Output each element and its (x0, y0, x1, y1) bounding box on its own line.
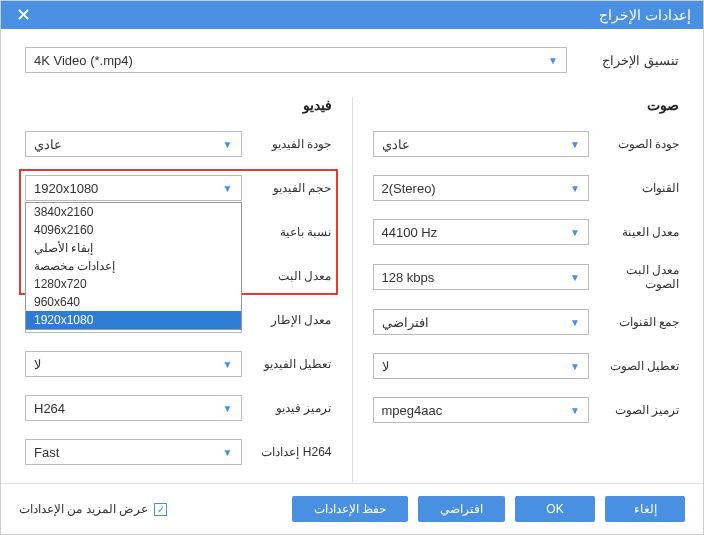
video-disable-value: لا (34, 357, 41, 372)
video-size-highlight: 1920x1080 ▼ 3840x2160 4096x2160 إبقاء ال… (19, 169, 338, 295)
audio-column: صوت عادي ▼ جودة الصوت 2(Stereo) ▼ القنوا… (353, 97, 680, 483)
show-more-checkbox[interactable]: عرض المزيد من الإعدادات ✓ (19, 502, 167, 516)
h264-row: Fast ▼ إعدادات H264 (25, 439, 332, 465)
default-button[interactable]: افتراضي (418, 496, 505, 522)
framerate-label: معدل الإطار (252, 313, 332, 327)
chevron-down-icon: ▼ (223, 447, 233, 458)
chevron-down-icon: ▼ (570, 405, 580, 416)
video-column: فيديو عادي ▼ جودة الفيديو 1920x1080 ▼ (25, 97, 353, 483)
video-size-option[interactable]: إبقاء الأصلي (26, 239, 241, 257)
video-size-option[interactable]: إعدادات مخصصة (26, 257, 241, 275)
audio-codec-value: mpeg4aac (382, 403, 443, 418)
channels-value: 2(Stereo) (382, 181, 436, 196)
show-more-label: عرض المزيد من الإعدادات (19, 502, 148, 516)
chevron-down-icon: ▼ (223, 403, 233, 414)
audio-bitrate-label: معدل البت الصوت (599, 263, 679, 291)
video-size-option[interactable]: 4096x2160 (26, 221, 241, 239)
video-codec-label: ترميز فيديو (252, 401, 332, 415)
channels-label: القنوات (599, 181, 679, 195)
video-size-option[interactable]: 3840x2160 (26, 203, 241, 221)
combine-value: افتراضي (382, 315, 429, 330)
audio-disable-row: لا ▼ تعطيل الصوت (373, 353, 680, 379)
footer: عرض المزيد من الإعدادات ✓ حفظ الإعدادات … (1, 483, 703, 534)
video-quality-select[interactable]: عادي ▼ (25, 131, 242, 157)
h264-value: Fast (34, 445, 59, 460)
chevron-down-icon: ▼ (223, 183, 233, 194)
audio-bitrate-row: 128 kbps ▼ معدل البت الصوت (373, 263, 680, 291)
video-bitrate-label: معدل البت (252, 269, 332, 283)
video-size-option[interactable]: 960x640 (26, 293, 241, 311)
combine-row: افتراضي ▼ جمع القنوات (373, 309, 680, 335)
output-format-value: 4K Video (*.mp4) (34, 53, 133, 68)
chevron-down-icon: ▼ (570, 227, 580, 238)
combine-label: جمع القنوات (599, 315, 679, 329)
audio-title: صوت (373, 97, 680, 113)
chevron-down-icon: ▼ (223, 139, 233, 150)
audio-disable-select[interactable]: لا ▼ (373, 353, 590, 379)
video-quality-row: عادي ▼ جودة الفيديو (25, 131, 332, 157)
video-disable-row: لا ▼ تعطيل الفيديو (25, 351, 332, 377)
export-settings-dialog: ✕ إعدادات الإخراج 4K Video (*.mp4) ▼ تنس… (0, 0, 704, 535)
video-codec-value: H264 (34, 401, 65, 416)
video-size-label: حجم الفيديو (252, 181, 332, 195)
video-size-option[interactable]: 1280x720 (26, 275, 241, 293)
video-size-dropdown: 3840x2160 4096x2160 إبقاء الأصلي إعدادات… (25, 202, 242, 330)
titlebar: ✕ إعدادات الإخراج (1, 1, 703, 29)
format-row: 4K Video (*.mp4) ▼ تنسيق الإخراج (25, 47, 679, 73)
video-quality-label: جودة الفيديو (252, 137, 332, 151)
samplerate-value: 44100 Hz (382, 225, 438, 240)
footer-buttons: حفظ الإعدادات افتراضي OK إلغاء (292, 496, 685, 522)
samplerate-select[interactable]: 44100 Hz ▼ (373, 219, 590, 245)
video-disable-label: تعطيل الفيديو (252, 357, 332, 371)
dialog-content: 4K Video (*.mp4) ▼ تنسيق الإخراج فيديو ع… (1, 29, 703, 483)
video-codec-select[interactable]: H264 ▼ (25, 395, 242, 421)
audio-quality-value: عادي (382, 137, 410, 152)
checkbox-icon: ✓ (154, 503, 167, 516)
columns: فيديو عادي ▼ جودة الفيديو 1920x1080 ▼ (25, 97, 679, 483)
ok-button[interactable]: OK (515, 496, 595, 522)
audio-codec-select[interactable]: mpeg4aac ▼ (373, 397, 590, 423)
video-quality-value: عادي (34, 137, 62, 152)
chevron-down-icon: ▼ (570, 272, 580, 283)
channels-select[interactable]: 2(Stereo) ▼ (373, 175, 590, 201)
chevron-down-icon: ▼ (223, 359, 233, 370)
chevron-down-icon: ▼ (570, 183, 580, 194)
video-size-select[interactable]: 1920x1080 ▼ 3840x2160 4096x2160 إبقاء ال… (25, 175, 242, 201)
h264-label: إعدادات H264 (252, 445, 332, 459)
audio-disable-value: لا (382, 359, 389, 374)
audio-quality-row: عادي ▼ جودة الصوت (373, 131, 680, 157)
audio-bitrate-select[interactable]: 128 kbps ▼ (373, 264, 590, 290)
audio-bitrate-value: 128 kbps (382, 270, 435, 285)
audio-quality-label: جودة الصوت (599, 137, 679, 151)
output-format-label: تنسيق الإخراج (579, 53, 679, 68)
samplerate-label: معدل العينة (599, 225, 679, 239)
video-disable-select[interactable]: لا ▼ (25, 351, 242, 377)
dialog-title: إعدادات الإخراج (599, 7, 691, 23)
channels-row: 2(Stereo) ▼ القنوات (373, 175, 680, 201)
cancel-button[interactable]: إلغاء (605, 496, 685, 522)
save-settings-button[interactable]: حفظ الإعدادات (292, 496, 408, 522)
chevron-down-icon: ▼ (570, 317, 580, 328)
output-format-select[interactable]: 4K Video (*.mp4) ▼ (25, 47, 567, 73)
close-icon[interactable]: ✕ (13, 4, 33, 26)
h264-select[interactable]: Fast ▼ (25, 439, 242, 465)
audio-quality-select[interactable]: عادي ▼ (373, 131, 590, 157)
chevron-down-icon: ▼ (548, 55, 558, 66)
samplerate-row: 44100 Hz ▼ معدل العينة (373, 219, 680, 245)
audio-codec-row: mpeg4aac ▼ ترميز الصوت (373, 397, 680, 423)
audio-codec-label: ترميز الصوت (599, 403, 679, 417)
video-size-value: 1920x1080 (34, 181, 98, 196)
video-size-row: 1920x1080 ▼ 3840x2160 4096x2160 إبقاء ال… (25, 175, 332, 201)
audio-disable-label: تعطيل الصوت (599, 359, 679, 373)
chevron-down-icon: ▼ (570, 361, 580, 372)
video-size-option-selected[interactable]: 1920x1080 (26, 311, 241, 329)
chevron-down-icon: ▼ (570, 139, 580, 150)
video-codec-row: H264 ▼ ترميز فيديو (25, 395, 332, 421)
video-title: فيديو (25, 97, 332, 113)
aspect-label: نسبة باعية (252, 225, 332, 239)
combine-select[interactable]: افتراضي ▼ (373, 309, 590, 335)
